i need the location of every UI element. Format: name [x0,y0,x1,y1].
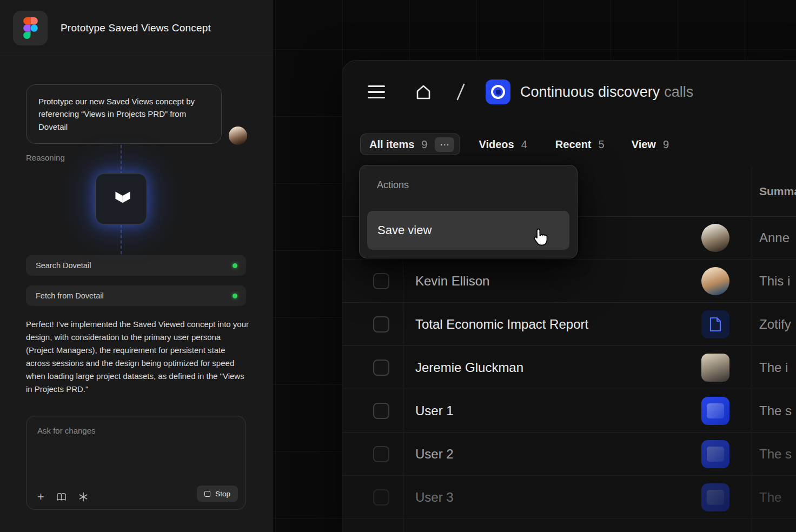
chat-composer: + Stop [26,416,246,510]
row-summary: The [759,476,781,519]
step-search-dovetail: Search Dovetail [26,255,246,276]
file-thumbnail [701,440,729,468]
row-name: User 1 [415,389,454,433]
page-title: Prototype Saved Views Concept [61,22,211,34]
row-avatar [701,267,729,295]
tab-label: Recent [555,138,592,151]
table-row[interactable]: User 3 The [342,476,796,519]
row-name: Kevin Ellison [415,260,489,303]
row-name: Total Economic Impact Report [415,303,588,346]
project-title: Continuous discoverycalls [520,84,693,101]
dovetail-project-icon[interactable] [486,79,510,104]
row-summary: Zotify [759,303,791,346]
view-tabs: All items 9 ⋯ Videos 4 Recent 5 View 9 [360,134,669,155]
sparkle-icon[interactable] [78,492,88,502]
tab-label: Videos [479,138,514,151]
stop-icon [204,491,210,497]
video-thumbnail [701,354,729,382]
actions-dropdown-menu: Actions Save view [359,165,578,258]
summary-column-header: Summary [759,165,796,216]
menu-hamburger-icon[interactable] [368,85,385,99]
items-table: Anne Kevin Ellison This i Total Economic… [342,216,796,519]
table-row[interactable]: Jeremie Gluckman The i [342,346,796,389]
dovetail-project-icon-ring [491,85,505,99]
ai-assistant-panel: Prototype Saved Views Concept Prototype … [0,0,273,532]
left-panel-header: Prototype Saved Views Concept [0,0,273,56]
tab-all-items[interactable]: All items 9 ⋯ [360,134,460,155]
table-row[interactable]: Kevin Ellison This i [342,260,796,303]
table-row[interactable]: Total Economic Impact Report Zotify [342,303,796,346]
home-icon[interactable] [415,84,432,100]
file-thumbnail [701,397,729,425]
breadcrumb-separator-icon [455,83,466,101]
row-checkbox[interactable] [373,403,389,419]
ask-for-changes-input[interactable] [37,426,232,480]
row-name: User 3 [415,476,454,519]
row-summary: This i [759,260,790,303]
user-avatar [229,127,247,145]
document-thumbnail [701,310,729,338]
assistant-response: Perfect! I've implemented the Saved View… [26,318,250,396]
row-summary: The s [759,389,792,433]
user-prompt-bubble: Prototype our new Saved Views concept by… [26,84,222,144]
figma-logo [13,11,48,45]
save-view-menu-item[interactable]: Save view [367,211,569,250]
status-success-dot [233,263,237,268]
prototype-panel: Continuous discoverycalls All items 9 ⋯ … [342,61,796,532]
tab-label: View [632,138,656,151]
row-name: Jeremie Gluckman [415,346,523,389]
library-book-icon[interactable] [56,493,67,502]
page: Prototype Saved Views Concept Prototype … [0,0,796,532]
step-label: Search Dovetail [36,261,91,270]
project-title-primary: Continuous discovery [520,84,660,100]
row-summary: Anne [759,216,790,260]
row-checkbox[interactable] [373,489,389,506]
tab-view[interactable]: View 9 [632,138,669,151]
step-label: Fetch from Dovetail [36,291,104,300]
row-name: User 2 [415,433,454,476]
tab-count: 9 [421,138,427,151]
file-thumbnail [701,483,729,511]
tab-count: 9 [663,138,669,151]
step-fetch-dovetail: Fetch from Dovetail [26,285,246,306]
table-row[interactable]: User 2 The s [342,433,796,476]
tab-label: All items [369,138,414,151]
row-checkbox[interactable] [373,316,389,332]
dovetail-logo-icon [109,187,134,211]
add-attachment-icon[interactable]: + [37,491,44,503]
figma-logo-icon [23,17,38,39]
composer-toolbar: + [37,491,88,503]
stop-button[interactable]: Stop [197,486,238,502]
prototype-header: Continuous discoverycalls [342,77,693,107]
row-summary: The s [759,433,792,476]
row-checkbox[interactable] [373,360,389,376]
project-title-secondary: calls [664,84,693,100]
row-checkbox[interactable] [373,273,389,289]
row-checkbox[interactable] [373,446,389,462]
row-summary: The i [759,346,788,389]
tab-count: 4 [521,138,527,151]
dovetail-project-icon-core [496,90,501,95]
tab-count: 5 [599,138,605,151]
menu-section-label: Actions [377,179,409,191]
reasoning-label: Reasoning [26,153,65,162]
more-options-icon[interactable]: ⋯ [435,137,454,152]
status-success-dot [233,294,237,298]
dovetail-ai-card [95,173,147,225]
tab-videos[interactable]: Videos 4 [479,138,527,151]
tab-recent[interactable]: Recent 5 [555,138,605,151]
stop-label: Stop [215,490,230,498]
row-avatar [701,224,729,252]
table-row[interactable]: User 1 The s [342,389,796,433]
